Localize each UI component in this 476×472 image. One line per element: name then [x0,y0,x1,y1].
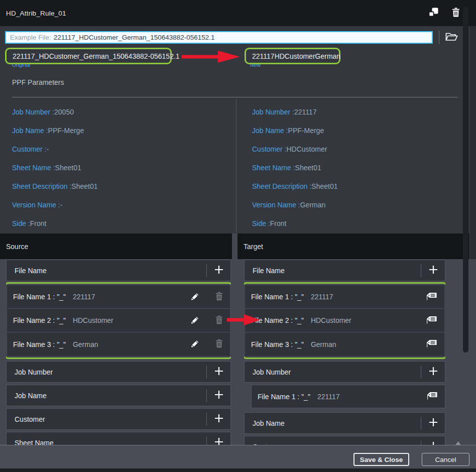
add-job-name-rule-button[interactable] [421,413,445,433]
target-panel: File Name File Name 1 : "_" 221117 File … [244,260,445,445]
edit-pencil-icon [190,291,200,303]
add-icon [213,413,224,425]
scroll-up-button[interactable] [453,441,463,445]
scroll-gutter [470,26,476,259]
toolbar-divider [439,31,439,44]
target-section-header: Target [237,233,469,259]
scroll-up-icon [453,440,463,445]
add-file-name-rule-button[interactable] [207,260,230,281]
source-group-customer: Customer [6,408,231,430]
add-job-number-rule-button[interactable] [421,362,445,382]
duplicate-rule-button[interactable] [428,7,439,19]
param-sheet-name: Sheet Name : Sheet01 [12,158,228,177]
window-bottom-edge [0,468,476,472]
rename-tag-icon [426,391,438,402]
param-job-name: Job Name : PPF-Merge [12,121,228,140]
add-icon [428,264,439,277]
source-section-header: Source [0,233,232,259]
add-file-name-rule-button[interactable] [421,260,445,281]
add-job-name-rule-button[interactable] [207,385,230,406]
add-customer-rule-button[interactable] [421,436,445,445]
target-group-job-name: Job Name [244,412,445,434]
rename-tag-button[interactable] [419,332,444,356]
add-icon [213,436,224,445]
param-version-name: Version Name : - [12,195,228,214]
ppf-parameters-new: Job Number : 221117 Job Name : PPF-Merge… [252,102,468,232]
param-sheet-description: Sheet Description : Sheet01 [12,177,228,195]
example-file-input[interactable]: Example File: 221117_HDCustomer_German_1… [5,31,433,44]
edit-rule-button[interactable] [182,285,208,308]
delete-rule-row-button[interactable] [208,332,230,356]
add-icon [428,440,439,445]
delete-rule-button[interactable] [452,8,460,19]
target-group-job-number: Job Number [244,361,445,383]
target-job-number-rule-row: File Name 1 : "_" 221117 [251,385,445,408]
cancel-button[interactable]: Cancel [422,453,469,466]
source-file-name-rules-group: File Name 1 : "_" 221117 File Name 2 : "… [6,282,231,359]
trash-icon [215,292,223,302]
source-file-name-group: File Name [6,260,231,281]
rename-tag-icon [426,339,438,349]
edit-rule-button[interactable] [182,332,208,356]
example-file-value: 221117_HDCustomer_German_150643882-05615… [54,34,215,41]
ppf-parameters-title: PPF Parameters [12,78,64,86]
add-icon [213,264,224,277]
rename-arrow-icon [182,50,240,66]
source-rule-row: File Name 1 : "_" 221117 [7,285,230,309]
add-customer-rule-button[interactable] [207,409,230,429]
param-version-name: Version Name : German [252,195,468,214]
vertical-scrollbar-thumb[interactable] [463,7,468,352]
target-rule-row: File Name 1 : "_" 221117 [245,285,444,309]
delete-rule-row-button[interactable] [208,285,230,308]
columns-divider [236,99,236,232]
target-file-name-rules-group: File Name 1 : "_" 221117 File Name 2 : "… [244,282,445,359]
rename-tag-icon [426,315,438,326]
dialog-content: Example File: 221117_HDCustomer_German_1… [0,26,476,445]
edit-rule-button[interactable] [182,309,208,332]
original-filename: 221117_HDCustomer_German_150643882-05615… [13,52,180,60]
add-icon [213,389,224,402]
source-panel: File Name File Name 1 : "_" 221117 [6,260,231,445]
rename-tag-button[interactable] [419,285,444,308]
param-side: Side : Front [12,214,228,232]
trash-icon [215,315,223,326]
add-icon [428,417,439,429]
param-customer: Customer : HDCustomer [252,140,468,158]
target-rule-row: File Name 2 : "_" HDCustomer [245,309,444,332]
param-job-number: Job Number : 20050 [12,102,228,121]
source-group-job-name: Job Name [6,385,231,406]
delete-icon [452,8,460,19]
rename-tag-icon [426,292,438,302]
open-folder-icon [445,31,458,44]
dialog-title: HD_Attrib_Rule_01 [6,10,66,17]
duplicate-icon [428,7,439,19]
source-rule-row: File Name 2 : "_" HDCustomer [7,309,230,332]
save-and-close-button[interactable]: Save & Close [353,453,409,466]
source-group-sheet-name: Sheet Name [6,432,231,445]
add-sheet-name-rule-button[interactable] [207,432,230,445]
rename-tag-button[interactable] [419,309,444,332]
param-sheet-description: Sheet Description : Sheet01 [252,177,468,195]
source-group-job-number: Job Number [6,361,231,383]
section-divider [12,97,458,97]
target-file-name-group: File Name [244,260,445,281]
footer-bar: Save & Close Cancel [0,445,476,468]
mapping-arrow-icon [227,313,260,328]
rename-tag-button[interactable] [420,385,445,408]
target-rule-row: File Name 3 : "_" German [245,332,444,356]
param-job-number: Job Number : 221117 [252,102,468,121]
new-filename: 221117HDCustomerGerman [252,52,340,60]
new-filename-box: 221117HDCustomerGerman [245,48,340,64]
add-icon [428,366,439,378]
add-icon [213,366,224,378]
trash-icon [215,339,223,349]
edit-pencil-icon [190,315,200,326]
param-side: Side : Front [252,214,468,232]
rule-editor-dialog: HD_Attrib_Rule_01 [0,0,476,472]
target-group-customer: Customer [244,436,445,445]
edit-pencil-icon [190,338,200,350]
param-job-name: Job Name : PPF-Merge [252,121,468,140]
add-job-number-rule-button[interactable] [207,362,230,382]
example-file-prefix: Example File: [10,34,51,41]
browse-file-button[interactable] [443,31,459,44]
